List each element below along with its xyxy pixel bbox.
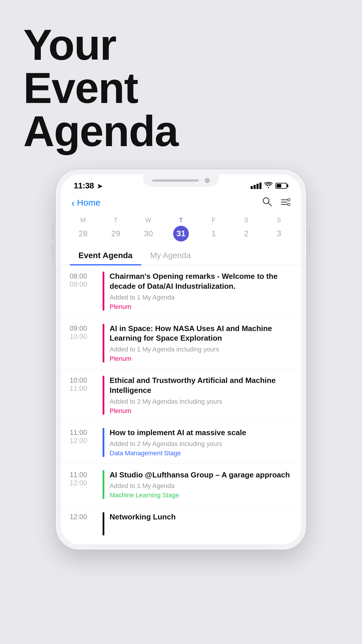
svg-point-0 [263,198,269,204]
item-content-3: Ethical and Trustworthy Artificial and M… [110,376,292,415]
nav-action-icons [262,197,291,209]
item-content-2: AI in Space: How NASA Uses AI and Machin… [110,324,292,363]
phone-mockup: 11:38 ➤ [56,169,306,550]
notch-bar [152,179,199,182]
hero-line3: Agenda [23,107,178,155]
filter-icon[interactable] [281,197,291,209]
calendar-strip: M 28 T 29 W 30 T 31 F 1 S 2 [61,214,301,246]
signal-icon [251,183,261,189]
hero-title: Your Event Agenda [23,23,362,153]
wifi-icon [264,181,273,190]
back-label: Home [77,198,100,208]
time-block-2: 09:00 10:00 [70,324,97,341]
item-content-5: AI Studio @Lufthansa Group – A garage ap… [110,470,292,499]
status-time: 11:38 ➤ [74,181,102,190]
back-button[interactable]: ‹ Home [71,197,100,209]
time-block-3: 10:00 11:00 [70,376,97,393]
search-icon[interactable] [262,197,272,209]
time-block-4: 11:00 12:00 [70,428,97,445]
cal-day-mon[interactable]: M 28 [70,216,96,242]
status-icons [251,181,288,190]
agenda-item-2[interactable]: 09:00 10:00 AI in Space: How NASA Uses A… [61,317,301,370]
location-icon: ➤ [97,183,102,190]
tab-my-agenda[interactable]: My Agenda [141,246,200,265]
agenda-list: 08:00 09:00 Chairman's Opening remarks -… [61,265,301,545]
hero-section: Your Event Agenda [0,0,362,153]
color-bar-3 [103,376,104,415]
item-content-4: How to implement AI at massive scale Add… [110,428,292,457]
cal-day-wed[interactable]: W 30 [136,216,161,242]
color-bar-1 [103,272,104,311]
svg-point-5 [288,199,290,201]
item-content-6: Networking Lunch [110,512,292,524]
cal-day-sun[interactable]: S 3 [266,216,292,242]
time-block-5: 11:00 12:00 [70,470,97,487]
nav-bar: ‹ Home [61,192,301,214]
hero-line1: Your [23,21,116,69]
agenda-item-4[interactable]: 11:00 12:00 How to implement AI at massi… [61,421,301,464]
notch-camera [205,178,210,183]
color-bar-6 [103,512,104,536]
color-bar-2 [103,324,104,363]
color-bar-5 [103,470,104,499]
cal-day-sat[interactable]: S 2 [233,216,259,242]
agenda-item-5[interactable]: 11:00 12:00 AI Studio @Lufthansa Group –… [61,464,301,506]
item-content-1: Chairman's Opening remarks - Welcome to … [110,272,292,311]
tab-event-agenda[interactable]: Event Agenda [70,246,141,265]
cal-day-fri[interactable]: F 1 [201,216,226,242]
svg-line-1 [268,203,271,206]
agenda-item-6[interactable]: 12:00 Networking Lunch [61,506,301,545]
power-button [308,228,310,254]
volume-up-button [52,222,54,239]
cal-day-thu-active[interactable]: T 31 [168,216,194,242]
phone-screen: 11:38 ➤ [61,174,301,545]
agenda-item-1[interactable]: 08:00 09:00 Chairman's Opening remarks -… [61,265,301,317]
color-bar-4 [103,428,104,457]
agenda-item-3[interactable]: 10:00 11:00 Ethical and Trustworthy Arti… [61,369,301,421]
back-arrow-icon: ‹ [71,197,75,209]
phone-notch [143,174,219,187]
volume-down-button [52,245,54,262]
battery-icon [275,183,288,189]
tab-bar: Event Agenda My Agenda [61,246,301,265]
time-block-6: 12:00 [70,512,97,521]
svg-point-6 [288,203,290,206]
hero-line2: Event [23,64,138,112]
cal-day-tue[interactable]: T 29 [103,216,129,242]
time-block-1: 08:00 09:00 [70,272,97,288]
